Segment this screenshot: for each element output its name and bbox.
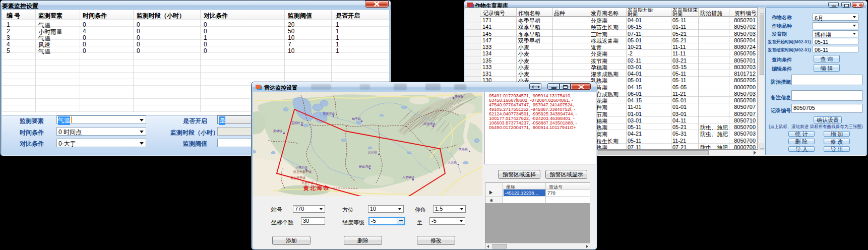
svg-text:黑里河镇: 黑里河镇 bbox=[323, 112, 335, 115]
svg-text:八里罕镇: 八里罕镇 bbox=[402, 176, 414, 179]
svg-text:黄北海市: 黄北海市 bbox=[303, 185, 330, 192]
svg-text:存金沟乡: 存金沟乡 bbox=[359, 165, 371, 168]
svg-text:美林镇: 美林镇 bbox=[273, 129, 282, 133]
svg-text:宝国吐乡: 宝国吐乡 bbox=[291, 121, 303, 125]
svg-text:小城子镇: 小城子镇 bbox=[295, 165, 307, 169]
svg-text:四道湾镇: 四道湾镇 bbox=[423, 122, 436, 126]
svg-text:西五十家子镇: 西五十家子镇 bbox=[293, 170, 312, 174]
svg-text:曲家台: 曲家台 bbox=[455, 94, 464, 98]
svg-text:甸子镇: 甸子镇 bbox=[352, 117, 361, 121]
svg-text:天义镇: 天义镇 bbox=[448, 160, 457, 164]
svg-text:安庆镇: 安庆镇 bbox=[368, 150, 377, 154]
svg-text:大庙镇: 大庙镇 bbox=[459, 147, 468, 151]
